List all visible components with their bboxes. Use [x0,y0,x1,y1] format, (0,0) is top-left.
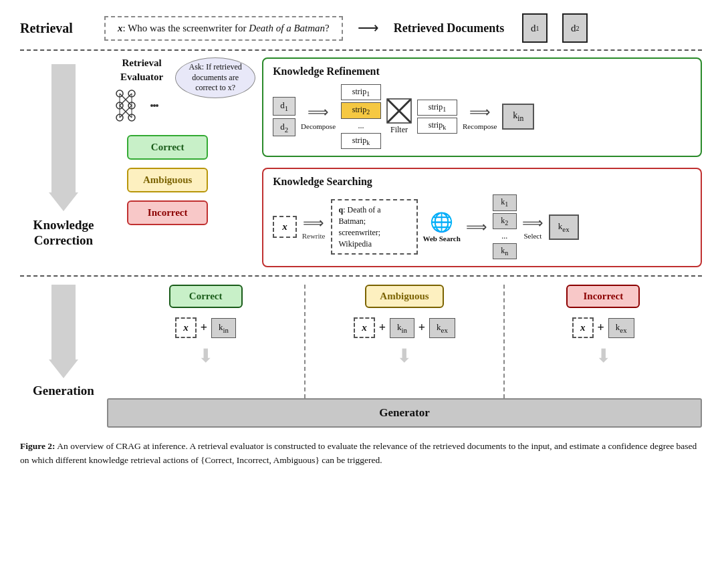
big-arrow-correction [49,64,78,211]
d1-item: d1 [273,97,295,116]
arrow-head [49,192,78,211]
right-panels: Knowledge Refinement d1 d2 ⟹ Decompose s… [255,57,702,267]
gen-ambiguous-kex: kex [429,318,455,338]
svg-point-14 [150,104,153,107]
gen-incorrect-x: x [572,317,594,338]
recompose-label: Recompose [463,122,497,130]
query-italic: Death of a Batman [249,23,325,33]
rewrite-label: Rewrite [302,232,326,240]
stripk-box: stripk [341,133,381,149]
stripk-out-box: stripk [417,118,457,134]
filter-col: Filter [386,98,412,135]
refinement-title: Knowledge Refinement [273,65,691,78]
correction-label: Knowledge Correction [33,218,94,249]
gen-incorrect-down-arrow: ⬇ [596,345,611,367]
x-query-box: x [273,216,297,238]
gen-correct-btn: Correct [169,285,243,308]
search-arrow: ⟹ [466,218,487,236]
evaluator-title2: Evaluator [120,71,163,83]
query-box: x: Who was the screenwriter for Death of… [104,16,343,41]
verdict-correct-btn: Correct [127,135,208,160]
diagram-area: Knowledge Correction Retrieval Evaluator [20,57,702,267]
retrieval-arrow: ⟶ [358,19,379,37]
gen-col-correct: Correct x + kin ⬇ [107,285,306,398]
select-label: Select [523,232,542,240]
verdict-buttons: Correct Ambiguous Incorrect [127,135,208,225]
gen-arrow-body [51,285,76,359]
generation-area: Generation Correct x + kin ⬇ Ambiguous x… [20,275,702,398]
k-ex-box: kex [549,214,579,240]
searching-content: x ⟹ Rewrite q: Death of a Batman; screen… [273,194,691,259]
searching-title: Knowledge Searching [273,176,691,188]
gen-ambiguous-x: x [354,317,375,338]
gen-correct-k: kin [211,318,236,338]
query-suffix: ? [325,23,330,33]
gen-correct-x: x [175,317,197,338]
caption: Figure 2: An overview of CRAG at inferen… [20,440,702,468]
evaluator-col: Retrieval Evaluator [107,57,255,267]
gen-arrow-head [49,359,78,378]
verdict-incorrect-btn: Incorrect [127,200,208,225]
cloud-ask: Ask: If retrieved documents are correct … [175,57,255,98]
big-arrow-gen [49,285,78,378]
gen-ambiguous-formula: x + kin + kex [354,317,455,338]
gen-incorrect-btn: Incorrect [566,285,640,308]
searching-panel: Knowledge Searching x ⟹ Rewrite q: Death… [262,168,702,267]
gen-incorrect-kex: kex [608,318,634,338]
web-search-label: Web Search [423,235,461,243]
arrow-body [51,64,76,192]
gen-ambiguous-btn: Ambiguous [365,285,443,308]
network-icon [114,88,149,123]
web-search-col: 🌐 Web Search [423,211,461,243]
kn-item: kn [493,243,517,259]
query-text: : Who was the screenwriter for [123,23,249,33]
left-label-col: Knowledge Correction [20,57,107,267]
filter-label: Filter [390,125,408,135]
retrieval-label: Retrieval [20,21,94,36]
decompose-label: Decompose [301,122,336,130]
gen-correct-down-arrow: ⬇ [198,345,213,367]
retrieval-row: Retrieval x: Who was the screenwriter fo… [20,13,702,43]
refinement-content: d1 d2 ⟹ Decompose strip1 strip2 ... stri… [273,84,691,149]
recompose-arrow: ⟹ [469,104,491,121]
gen-incorrect-plus: + [598,321,604,335]
gen-col-incorrect: Incorrect x + kex ⬇ [505,285,702,398]
strip-dots: ... [341,121,381,131]
gen-left-col: Generation [20,285,107,398]
gen-correct-plus: + [201,321,207,335]
gen-cols: Correct x + kin ⬇ Ambiguous x + kin + ke… [107,285,702,398]
k1-item: k1 [493,194,517,210]
gen-col-ambiguous: Ambiguous x + kin + kex ⬇ [306,285,504,398]
k-in-box: kin [502,104,534,130]
strip2-box: strip2 [341,102,381,118]
k2-item: k2 [493,213,517,229]
dots-icon [150,102,158,110]
refinement-panel: Knowledge Refinement d1 d2 ⟹ Decompose s… [262,57,702,157]
generator-bar: Generator [107,398,702,428]
gen-ambiguous-plus2: + [418,321,425,335]
svg-point-16 [156,104,158,107]
gen-ambiguous-down-arrow: ⬇ [396,345,412,367]
doc-stack: d1 d2 [273,97,295,136]
doc2-box: d2 [562,13,588,43]
caption-figure-label: Figure 2: [20,441,55,451]
gen-ambiguous-kin: kin [390,318,414,338]
strip-stack-in: strip1 strip2 ... stripk [341,84,381,149]
svg-point-15 [153,104,156,107]
strip1-box: strip1 [341,84,381,100]
caption-text: An overview of CRAG at inference. A retr… [20,441,697,465]
filter-x-icon [386,98,412,124]
rewrite-arrow: ⟹ [303,214,324,232]
verdict-ambiguous-btn: Ambiguous [127,168,208,192]
gen-ambiguous-plus1: + [379,321,386,335]
query-x: x [118,23,123,33]
select-arrow: ⟹ [522,214,544,232]
globe-icon: 🌐 [430,211,453,233]
strip1-out-box: strip1 [417,100,457,116]
retrieved-label: Retrieved Documents [394,21,504,35]
evaluator-title1: Retrieval [122,57,162,69]
generation-label: Generation [33,384,94,398]
decompose-arrow: ⟹ [308,104,329,121]
k-dots: ... [493,231,517,241]
k-stack: k1 k2 ... kn [493,194,517,259]
